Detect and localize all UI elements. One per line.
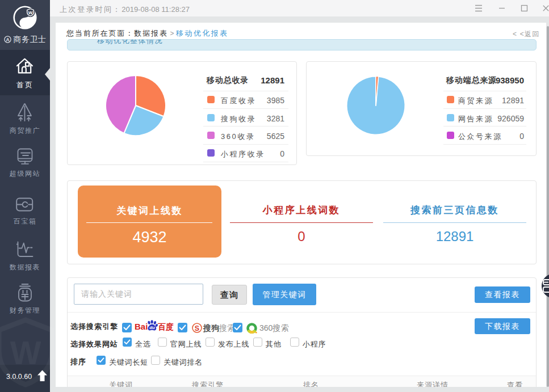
svg-text:A: A — [6, 37, 9, 43]
svg-text:du: du — [149, 325, 155, 330]
svg-text:S: S — [195, 324, 199, 332]
svg-text:W: W — [28, 10, 33, 15]
svg-text:W: W — [10, 334, 41, 371]
